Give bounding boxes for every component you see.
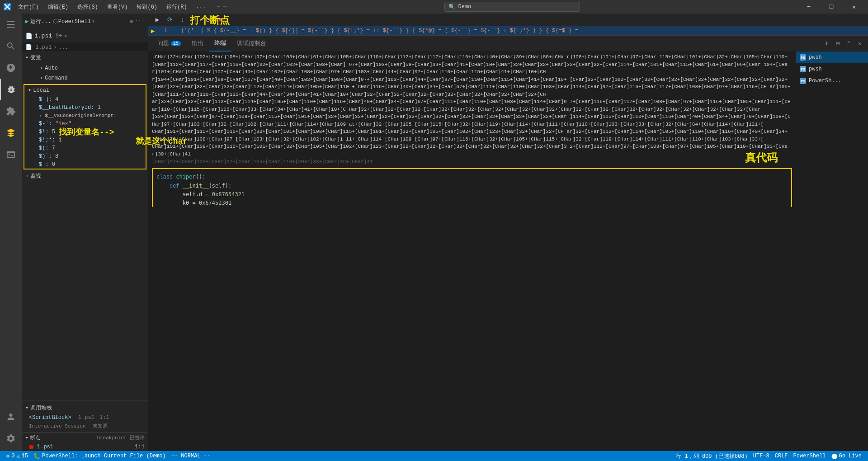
terminal-list-item-2[interactable]: PS pwsh bbox=[796, 63, 868, 75]
activity-settings[interactable] bbox=[0, 428, 22, 449]
debug-stop-button[interactable]: ■ bbox=[215, 14, 226, 25]
breakpoint-item[interactable]: 1.ps1 1:1 bbox=[22, 443, 148, 451]
local-section-header[interactable]: ▾ Local bbox=[24, 85, 146, 95]
tab-close-icon[interactable]: ✕ bbox=[64, 33, 67, 39]
terminal-output[interactable]: [CHar]32+[CHar]102+[CHar]108+[CHar]97+[C… bbox=[148, 52, 796, 207]
status-encoding[interactable]: UTF-8 bbox=[750, 451, 772, 461]
ps-circle-1: PS bbox=[800, 54, 806, 61]
callstack-section: ▾ 调用堆栈 <ScriptBlock> 1.ps1 1:1 Interacti… bbox=[22, 400, 148, 432]
activity-explorer[interactable] bbox=[0, 14, 22, 35]
debug-step-into-button[interactable]: ↓ bbox=[177, 14, 188, 25]
char-output-1: [CHar]32+[CHar]102+[CHar]108+[CHar]97+[C… bbox=[152, 53, 792, 76]
debug-step-over-button[interactable]: ⟳ bbox=[165, 14, 175, 25]
menu-edit[interactable]: 编辑(E) bbox=[44, 2, 72, 12]
var-dollar-bracket-2[interactable]: $]: 0 bbox=[24, 160, 146, 169]
powershell-dropdown[interactable]: ⬡ PowerShell ▾ bbox=[53, 18, 95, 25]
panel-close-icon[interactable]: ✕ bbox=[855, 39, 864, 48]
var-exclaim[interactable]: $!: 5 bbox=[24, 128, 146, 136]
menu-more[interactable]: ... bbox=[193, 2, 210, 12]
file-tab-1ps1[interactable]: 📄 1.ps1 bbox=[25, 33, 52, 40]
status-branch-text: PowerShell: Launch Current File (Demo) bbox=[42, 453, 166, 459]
debug-continue-button[interactable]: ▶ bbox=[152, 14, 163, 25]
var-exclaim-semicolon[interactable]: $!;*: 1 bbox=[24, 136, 146, 144]
status-language[interactable]: PowerShell bbox=[791, 451, 829, 461]
variables-chevron-icon: ▾ bbox=[25, 54, 28, 61]
terminal-list-item-3[interactable]: PS PowerSh... bbox=[796, 75, 868, 87]
var-dollar-paren[interactable]: $(: 7 bbox=[24, 144, 146, 152]
tab-debug-console[interactable]: 调试控制台 bbox=[231, 36, 272, 52]
status-errors[interactable]: ⊗ 0 ⚠ 15 bbox=[4, 451, 31, 461]
nav-back[interactable]: ← → bbox=[217, 4, 226, 10]
code-line-content: ('(' | % { ${-__} = + $() } { $[{}] = ${… bbox=[171, 28, 868, 34]
activity-terminal[interactable] bbox=[0, 144, 22, 165]
activity-python[interactable] bbox=[0, 122, 22, 144]
search-bar[interactable]: 🔍 Demo bbox=[444, 2, 580, 12]
menu-select[interactable]: 选择(S) bbox=[74, 2, 102, 12]
command-label: Command bbox=[45, 75, 67, 81]
auto-section-header[interactable]: › Auto bbox=[22, 63, 148, 73]
maximize-button[interactable]: □ bbox=[821, 0, 842, 14]
menu-file[interactable]: 文件(F) bbox=[14, 2, 42, 12]
var-dollar-backtick[interactable]: $)`: 8 bbox=[24, 152, 146, 160]
add-terminal-icon[interactable]: + bbox=[822, 39, 831, 48]
status-live[interactable]: ⬤ Go Live bbox=[829, 451, 864, 461]
menu-goto[interactable]: 转到(G) bbox=[133, 2, 161, 12]
terminal-list-item-1[interactable]: PS pwsh bbox=[796, 52, 868, 63]
tab-terminal[interactable]: 终端 bbox=[209, 36, 231, 52]
debug-run-label: 运行... bbox=[30, 18, 51, 25]
live-text: Go Live bbox=[839, 453, 862, 459]
status-line-ending[interactable]: CRLF bbox=[772, 451, 791, 461]
breakpoint-dot bbox=[29, 445, 33, 449]
breakpoints-header[interactable]: ▾ 断点 breakpoint 已暂停 bbox=[22, 433, 148, 443]
menu-items: 文件(F) 编辑(E) 选择(S) 查看(V) 转到(G) 运行(R) ... bbox=[14, 2, 209, 12]
line-ending-text: CRLF bbox=[775, 453, 788, 459]
close-button[interactable]: ✕ bbox=[844, 0, 864, 14]
tab-output[interactable]: 输出 bbox=[186, 36, 209, 52]
more-icon[interactable]: ··· bbox=[135, 18, 145, 25]
code-popup: class chiper(): def __init__(self): self… bbox=[152, 168, 792, 207]
status-branch[interactable]: 🐛 PowerShell: Launch Current File (Demo) bbox=[31, 451, 169, 461]
callstack-item-scriptblock[interactable]: <ScriptBlock> 1.ps1 1:1 bbox=[22, 414, 148, 422]
local-chevron-icon: ▾ bbox=[28, 87, 31, 94]
debug-run-button[interactable]: ▶ 运行... bbox=[25, 18, 51, 25]
callstack-header[interactable]: ▾ 调用堆栈 bbox=[22, 402, 148, 414]
debug-restart-button[interactable]: ↺ bbox=[203, 14, 213, 25]
panel-maximize-icon[interactable]: ⌃ bbox=[844, 39, 853, 48]
activity-git[interactable] bbox=[0, 57, 22, 79]
activity-search[interactable] bbox=[0, 35, 22, 57]
title-bar: 文件(F) 编辑(E) 选择(S) 查看(V) 转到(G) 运行(R) ... … bbox=[0, 0, 868, 14]
split-terminal-icon[interactable]: ⊟ bbox=[833, 39, 842, 48]
var-lasthistoryid[interactable]: $__LastHistoryId: 1 bbox=[24, 103, 146, 112]
var-dash-tilde[interactable]: $-`: "iex" bbox=[24, 120, 146, 128]
highlight-line: [CHar]97+[CHar]103+[CHar]97+[CHar]105+[C… bbox=[152, 158, 792, 166]
search-text: Demo bbox=[458, 4, 471, 10]
debug-step-out-button[interactable]: ↑ bbox=[190, 14, 201, 25]
problems-badge: 15 bbox=[171, 41, 181, 46]
mode-text: -- NORMAL -- bbox=[171, 453, 210, 459]
watch-section-header[interactable]: › 监视 bbox=[22, 170, 148, 182]
menu-view[interactable]: 查看(V) bbox=[104, 2, 132, 12]
callstack-item-interactive[interactable]: Interactive Session 未知源 bbox=[22, 422, 148, 430]
menu-run[interactable]: 运行(R) bbox=[163, 2, 191, 12]
main-layout: ▶ 运行... ⬡ PowerShell ▾ ⚙ ··· 📄 1.ps1 9+ … bbox=[0, 14, 868, 451]
watch-chevron-icon: › bbox=[25, 173, 28, 179]
sidebar-file-tabs: 📄 1.ps1 9+ ✕ bbox=[22, 29, 148, 43]
activity-extensions[interactable] bbox=[0, 100, 22, 122]
debug-controls-bar: ▶ ⟳ ↓ ↑ ↺ ■ 打个断点 bbox=[148, 14, 868, 26]
status-position[interactable]: 行 1，列 809 (已选择808) bbox=[673, 451, 750, 461]
tab-problems[interactable]: 问题 15 bbox=[152, 36, 186, 52]
auto-chevron-icon: › bbox=[40, 65, 43, 71]
activity-account[interactable] bbox=[0, 406, 22, 428]
settings-icon[interactable]: ⚙ bbox=[130, 18, 133, 25]
command-section-header[interactable]: › Command bbox=[22, 73, 148, 83]
var-dollar-bracket[interactable]: $ ]: 4 bbox=[24, 95, 146, 103]
tab-more[interactable]: 9+ bbox=[56, 33, 62, 39]
activity-debug[interactable] bbox=[0, 79, 22, 100]
minimize-button[interactable]: − bbox=[798, 0, 819, 14]
title-bar-left: 文件(F) 编辑(E) 选择(S) 查看(V) 转到(G) 运行(R) ... … bbox=[4, 2, 226, 12]
char-output-3: ar]32+[CHar]32+[CHar]112+[CHar]114+[CHar… bbox=[152, 98, 792, 113]
var-vscodeprompt[interactable]: › $__VSCodeOriginalPrompt: bbox=[24, 112, 146, 120]
debug-status-icon: 🐛 bbox=[33, 453, 40, 460]
variables-header[interactable]: ▾ 变量 bbox=[22, 52, 148, 63]
warning-count: 15 bbox=[22, 453, 28, 459]
